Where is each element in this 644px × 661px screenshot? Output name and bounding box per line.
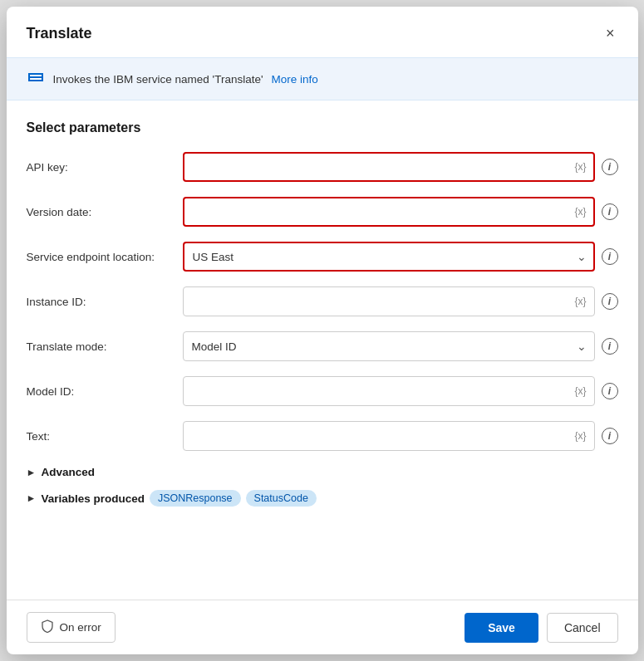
shield-icon xyxy=(41,619,54,635)
json-response-badge: JSONResponse xyxy=(150,490,241,507)
translate-mode-select[interactable]: Model ID Language pair xyxy=(183,331,595,361)
version-date-label: Version date: xyxy=(27,206,176,218)
translate-mode-wrapper: Model ID Language pair ⌄ xyxy=(183,331,595,361)
instance-id-wrapper: {x} xyxy=(183,286,595,316)
version-date-row: Version date: {x} i xyxy=(27,197,618,227)
api-key-input[interactable] xyxy=(183,152,595,182)
translate-dialog: Translate × Invokes the IBM service name… xyxy=(7,7,638,654)
api-key-row: API key: {x} i xyxy=(27,152,618,182)
footer-actions: Save Cancel xyxy=(465,613,617,643)
service-endpoint-wrapper: US East US South EU Germany EU United Ki… xyxy=(183,242,595,272)
text-wrapper: {x} xyxy=(183,421,595,451)
text-input[interactable] xyxy=(183,421,595,451)
model-id-input[interactable] xyxy=(183,376,595,406)
version-date-wrapper: {x} xyxy=(183,197,595,227)
svg-rect-0 xyxy=(28,73,43,75)
section-title: Select parameters xyxy=(27,120,618,135)
api-key-info-icon[interactable]: i xyxy=(602,159,618,175)
info-banner: Invokes the IBM service named 'Translate… xyxy=(7,57,638,100)
svg-rect-4 xyxy=(42,73,43,81)
advanced-label: Advanced xyxy=(41,466,95,478)
instance-id-row: Instance ID: {x} i xyxy=(27,286,618,316)
banner-text: Invokes the IBM service named 'Translate… xyxy=(53,73,263,86)
dialog-body: Select parameters API key: {x} i Version… xyxy=(7,100,638,600)
service-endpoint-select[interactable]: US East US South EU Germany EU United Ki… xyxy=(183,242,595,272)
on-error-label: On error xyxy=(60,621,101,634)
variables-chevron-icon: ► xyxy=(27,492,37,504)
status-code-badge: StatusCode xyxy=(246,490,317,507)
api-key-wrapper: {x} xyxy=(183,152,595,182)
service-endpoint-label: Service endpoint location: xyxy=(27,251,176,263)
instance-id-label: Instance ID: xyxy=(27,296,176,308)
model-id-info-icon[interactable]: i xyxy=(602,383,618,399)
version-date-input[interactable] xyxy=(183,197,595,227)
translate-mode-info-icon[interactable]: i xyxy=(602,338,618,355)
model-id-wrapper: {x} xyxy=(183,376,595,406)
on-error-button[interactable]: On error xyxy=(27,612,116,643)
instance-id-info-icon[interactable]: i xyxy=(602,293,618,310)
dialog-footer: On error Save Cancel xyxy=(7,600,638,654)
api-key-label: API key: xyxy=(27,161,176,174)
model-id-row: Model ID: {x} i xyxy=(27,376,618,406)
text-info-icon[interactable]: i xyxy=(602,428,618,444)
advanced-section[interactable]: ► Advanced xyxy=(27,466,618,478)
save-button[interactable]: Save xyxy=(465,613,538,643)
dialog-header: Translate × xyxy=(7,7,638,57)
instance-id-input[interactable] xyxy=(183,286,595,316)
close-button[interactable]: × xyxy=(602,22,618,46)
variables-produced-label: Variables produced xyxy=(41,492,145,505)
dialog-title: Translate xyxy=(27,25,92,42)
translate-mode-label: Translate mode: xyxy=(27,340,176,353)
variables-produced-section[interactable]: ► Variables produced JSONResponse Status… xyxy=(27,490,618,507)
cancel-button[interactable]: Cancel xyxy=(547,613,618,643)
svg-rect-3 xyxy=(28,73,30,81)
more-info-link[interactable]: More info xyxy=(272,73,318,86)
svg-rect-6 xyxy=(31,76,41,78)
svg-rect-2 xyxy=(28,80,43,81)
advanced-chevron-icon: ► xyxy=(27,467,37,478)
translate-mode-row: Translate mode: Model ID Language pair ⌄… xyxy=(27,331,618,361)
ibm-icon xyxy=(27,68,45,90)
version-date-info-icon[interactable]: i xyxy=(602,203,618,220)
model-id-label: Model ID: xyxy=(27,385,176,398)
text-label: Text: xyxy=(27,430,176,443)
text-row: Text: {x} i xyxy=(27,421,618,451)
service-endpoint-info-icon[interactable]: i xyxy=(602,248,618,265)
service-endpoint-row: Service endpoint location: US East US So… xyxy=(27,242,618,272)
